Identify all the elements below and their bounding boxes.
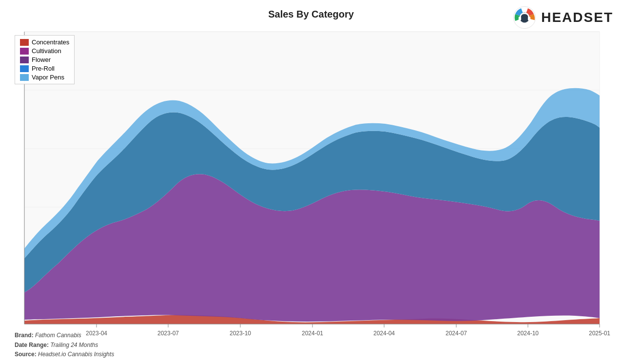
legend-label-concentrates: Concentrates [32,38,69,46]
brand-label: Brand: [15,332,34,339]
legend-item-flower: Flower [20,56,69,63]
legend-item-cultivation: Cultivation [20,47,69,55]
svg-text:2023-10: 2023-10 [230,330,251,337]
brand-value: Fathom Cannabis [35,332,81,339]
source-label: Source: [15,351,37,358]
legend-swatch-concentrates [20,39,29,46]
svg-text:2023-07: 2023-07 [157,330,179,337]
legend-label-flower: Flower [32,56,51,63]
svg-text:2024-04: 2024-04 [373,330,395,337]
legend-item-preroll: Pre-Roll [20,65,69,72]
source-value: Headset.io Cannabis Insights [38,351,114,358]
svg-text:2025-01: 2025-01 [589,330,610,337]
svg-text:2024-10: 2024-10 [517,330,539,337]
legend-label-cultivation: Cultivation [32,47,61,55]
daterange-value: Trailing 24 Months [50,342,98,348]
svg-text:2024-07: 2024-07 [446,330,467,337]
chart-legend: Concentrates Cultivation Flower Pre-Roll… [15,35,75,84]
legend-swatch-vaporpens [20,74,29,81]
daterange-label: Date Range: [15,342,49,348]
legend-item-vaporpens: Vapor Pens [20,74,69,81]
legend-swatch-flower [20,57,29,63]
legend-item-concentrates: Concentrates [20,38,69,46]
chart-container: Sales By Category HEADSET [0,0,622,364]
chart-svg: 2023-04 2023-07 2023-10 2024-01 2024-04 … [0,0,622,364]
legend-swatch-preroll [20,65,29,72]
legend-label-vaporpens: Vapor Pens [32,74,64,81]
legend-label-preroll: Pre-Roll [32,65,55,72]
legend-swatch-cultivation [20,48,29,55]
chart-footer: Brand: Fathom Cannabis Date Range: Trail… [15,331,114,359]
svg-text:2024-01: 2024-01 [302,330,323,337]
